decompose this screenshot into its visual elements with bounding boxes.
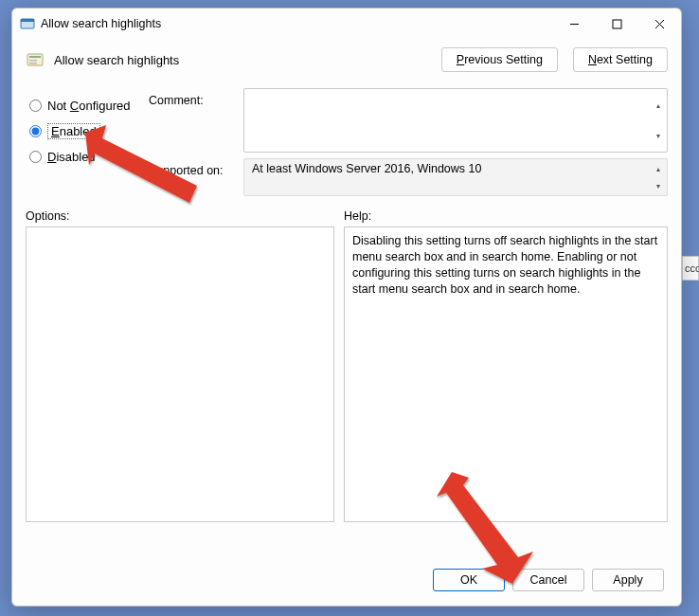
field-labels: Comment: Supported on: <box>149 84 243 196</box>
next-setting-button[interactable]: Next Setting <box>573 47 668 72</box>
window-title: Allow search highlights <box>41 17 161 30</box>
options-box <box>26 226 334 522</box>
svg-rect-3 <box>613 20 621 28</box>
window-controls <box>553 9 681 38</box>
header-row: Allow search highlights Previous Setting… <box>12 39 681 81</box>
svg-rect-1 <box>21 19 34 22</box>
policy-settings-window: Allow search highlights Allow search hig… <box>11 8 682 607</box>
radio-not-configured[interactable]: Not Configured <box>26 94 149 118</box>
help-text: Disabling this setting turns off search … <box>352 234 657 296</box>
supported-scroll[interactable]: ▴▾ <box>651 160 666 194</box>
background-fragment: cco <box>682 256 699 281</box>
cancel-button[interactable]: Cancel <box>512 569 584 591</box>
help-label: Help: <box>344 209 371 223</box>
previous-setting-button[interactable]: Previous Setting <box>441 47 558 72</box>
supported-on-text: At least Windows Server 2016, Windows 10 <box>252 162 481 175</box>
comment-textbox[interactable]: ▴▾ <box>243 88 668 153</box>
ok-button[interactable]: OK <box>433 569 505 591</box>
supported-on-box: At least Windows Server 2016, Windows 10… <box>243 158 668 196</box>
footer-buttons: OK Cancel Apply <box>12 554 681 606</box>
window-icon <box>20 16 35 31</box>
svg-rect-7 <box>29 56 41 58</box>
field-values: ▴▾ At least Windows Server 2016, Windows… <box>243 84 668 196</box>
policy-title: Allow search highlights <box>54 53 426 67</box>
svg-rect-9 <box>29 63 37 64</box>
options-help-area: Disabling this setting turns off search … <box>12 226 681 554</box>
radio-not-configured-input[interactable] <box>29 100 42 112</box>
maximize-button[interactable] <box>596 9 638 38</box>
options-label: Options: <box>26 209 344 223</box>
radio-enabled[interactable]: Enabled <box>26 118 149 145</box>
minimize-button[interactable] <box>553 9 596 38</box>
comment-scroll[interactable]: ▴▾ <box>651 90 666 151</box>
radio-disabled[interactable]: Disabled <box>26 145 149 170</box>
svg-rect-8 <box>29 60 37 62</box>
comment-label: Comment: <box>149 94 243 164</box>
title-bar: Allow search highlights <box>12 9 681 39</box>
state-radios: Not Configured Enabled Disabled <box>26 84 149 196</box>
policy-icon <box>26 50 45 69</box>
radio-disabled-input[interactable] <box>29 151 42 163</box>
radio-enabled-input[interactable] <box>29 125 42 137</box>
options-help-labels: Options: Help: <box>12 196 681 226</box>
supported-label: Supported on: <box>149 164 243 177</box>
close-button[interactable] <box>638 9 681 38</box>
config-area: Not Configured Enabled Disabled Comment:… <box>12 81 681 196</box>
help-box: Disabling this setting turns off search … <box>344 226 668 522</box>
apply-button[interactable]: Apply <box>592 569 664 591</box>
